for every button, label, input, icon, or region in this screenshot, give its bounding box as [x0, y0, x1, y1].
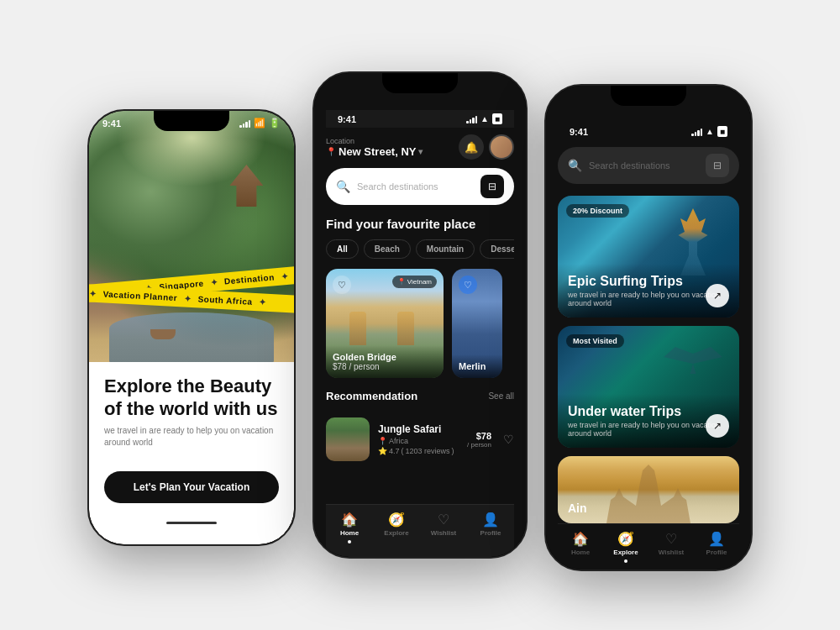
home-screen: 9:41 ▲ ■ Location 📍 — [314, 73, 526, 557]
jungle-safari-price-group: $78 / person — [467, 431, 491, 449]
status-time-1: 9:41 — [102, 118, 121, 129]
place-tag-vietnam: 📍 Vietnam — [392, 276, 437, 288]
water-lake — [109, 312, 273, 366]
pagoda-silhouette — [229, 165, 263, 207]
nav-profile[interactable]: 👤 Profile — [467, 512, 514, 543]
place-card-merlin[interactable]: ♡ Merlin — [452, 269, 502, 378]
underwater-arrow-button[interactable]: ↗ — [706, 414, 729, 438]
profile-icon: 👤 — [482, 512, 499, 528]
nav-p3-explore[interactable]: 🧭 Explore — [603, 531, 648, 563]
header-icons: 🔔 — [459, 134, 514, 160]
status-icons-1: 📶 🔋 — [239, 118, 281, 129]
onboarding-subtitle: we travel in are ready to help you on va… — [104, 425, 279, 449]
nav-explore[interactable]: 🧭 Explore — [373, 512, 420, 543]
underwater-title: Under water Trips — [568, 404, 729, 419]
surfing-trips-card[interactable]: 20% Discount Epic Surfing Trips we trave… — [558, 196, 739, 318]
notification-button[interactable]: 🔔 — [459, 134, 484, 160]
signal-bars-1 — [239, 119, 250, 128]
phone-home: 9:41 ▲ ■ Location 📍 — [312, 71, 528, 559]
pin-icon: 📍 — [326, 147, 336, 156]
battery-icon-1: 🔋 — [269, 118, 281, 129]
recommendation-title: Recommendation — [326, 390, 417, 402]
place-card-golden-bridge[interactable]: ♡ 📍 Vietnam Golden Bridge $78 / person — [326, 269, 444, 378]
nav-home[interactable]: 🏠 Home — [326, 512, 373, 543]
wishlist-icon: ♡ — [438, 512, 449, 528]
nav-profile-label: Profile — [480, 529, 501, 537]
tag-vacation: Vacation Planner — [102, 290, 177, 303]
status-icons-3: ▲ ■ — [691, 126, 727, 137]
location-header: Location 📍 New Street, NY ▾ 🔔 — [326, 134, 514, 160]
wishlist-heart-golden[interactable]: ♡ — [333, 276, 351, 294]
manta-ray-figure — [664, 347, 722, 381]
status-bar-3: 9:41 ▲ ■ — [558, 123, 739, 140]
taj-mahal-card[interactable]: Ain — [558, 456, 739, 523]
wishlist-heart-safari[interactable]: ♡ — [503, 433, 514, 446]
nav-wishlist[interactable]: ♡ Wishlist — [420, 512, 467, 543]
onboarding-text: Explore the Beauty of the world with us … — [104, 375, 279, 449]
taj-title: Ain — [568, 501, 587, 515]
filter-button-explore[interactable]: ⊟ — [706, 154, 729, 177]
status-icons-2: ▲ ■ — [466, 113, 502, 124]
wifi-icon-3: ▲ — [706, 127, 714, 136]
jungle-safari-thumb — [326, 417, 370, 461]
explore-icon-p3: 🧭 — [617, 531, 634, 547]
jungle-safari-name: Jungle Safari — [378, 423, 459, 435]
location-city: New Street, NY — [339, 145, 416, 158]
nav-p3-wishlist-label: Wishlist — [659, 549, 685, 556]
chip-mountain[interactable]: Mountain — [416, 239, 475, 259]
chip-all[interactable]: All — [326, 239, 359, 259]
notch-3 — [611, 86, 686, 106]
home-indicator-1 — [166, 522, 217, 524]
jungle-safari-price: $78 — [467, 431, 491, 441]
active-indicator-p3 — [624, 559, 627, 563]
golden-bridge-price: $78 / person — [333, 362, 437, 371]
search-input-explore[interactable]: Search destinations — [589, 160, 699, 171]
surfing-arrow-button[interactable]: ↗ — [706, 284, 729, 307]
location-value[interactable]: 📍 New Street, NY ▾ — [326, 145, 423, 158]
search-bar-explore: 🔍 Search destinations ⊟ — [558, 147, 739, 184]
bottom-nav-explore: 🏠 Home 🧭 Explore ♡ Wishlist 👤 Profile — [558, 523, 739, 570]
surfing-title: Epic Surfing Trips — [568, 274, 729, 289]
nav-p3-home-label: Home — [571, 549, 590, 556]
status-time-2: 9:41 — [338, 114, 356, 124]
taj-overlay: Ain — [568, 501, 587, 515]
jungle-safari-location: 📍 Africa — [378, 437, 459, 445]
explore-screen: 9:41 ▲ ■ 🔍 Search destinations ⊟ — [546, 86, 751, 570]
underwater-trips-card[interactable]: Most Visited Under water Trips we travel… — [558, 326, 739, 448]
tag-strips: ✦ Vietnam ✦ Singapore ✦ Destination ✦ To… — [89, 276, 294, 307]
scene-background — [89, 111, 294, 380]
signal-bars-3 — [691, 128, 702, 136]
signal-bars-2 — [466, 115, 477, 123]
avatar[interactable] — [489, 134, 514, 160]
notch — [154, 111, 229, 131]
nav-p3-explore-label: Explore — [613, 549, 638, 556]
status-time-3: 9:41 — [570, 127, 588, 137]
profile-icon-p3: 👤 — [708, 531, 725, 547]
chip-beach[interactable]: Beach — [364, 239, 411, 259]
plan-vacation-button[interactable]: Let's Plan Your Vacation — [104, 471, 279, 503]
tag-south-africa: South Africa — [197, 294, 253, 306]
recommendation-header: Recommendation See all — [326, 390, 514, 402]
filter-button[interactable]: ⊟ — [480, 175, 504, 198]
home-icon: 🏠 — [341, 512, 358, 528]
nav-p3-home[interactable]: 🏠 Home — [558, 531, 603, 563]
search-input[interactable]: Search destinations — [357, 181, 474, 192]
place-cards: ♡ 📍 Vietnam Golden Bridge $78 / person — [326, 269, 514, 378]
notch-2 — [382, 73, 458, 93]
see-all-button[interactable]: See all — [488, 391, 514, 401]
active-indicator — [348, 540, 351, 543]
section-title: Find your favourite place — [326, 217, 514, 231]
hero-scene — [89, 111, 294, 380]
nav-p3-profile[interactable]: 👤 Profile — [694, 531, 739, 563]
chip-dessert[interactable]: Dessert — [480, 239, 514, 259]
jungle-safari-info: Jungle Safari 📍 Africa ⭐ 4.7 (1203 revie… — [378, 423, 459, 455]
nav-p3-wishlist[interactable]: ♡ Wishlist — [648, 531, 694, 563]
search-icon: 🔍 — [336, 180, 350, 193]
home-icon-p3: 🏠 — [572, 531, 589, 547]
battery-icon-3: ■ — [717, 126, 727, 137]
golden-bridge-name: Golden Bridge — [333, 352, 437, 362]
wifi-icon-2: ▲ — [480, 114, 489, 123]
phone-explore: 9:41 ▲ ■ 🔍 Search destinations ⊟ — [544, 84, 753, 571]
bottom-nav: 🏠 Home 🧭 Explore ♡ Wishlist 👤 Profile — [326, 504, 514, 557]
wishlist-heart-merlin[interactable]: ♡ — [459, 276, 477, 294]
